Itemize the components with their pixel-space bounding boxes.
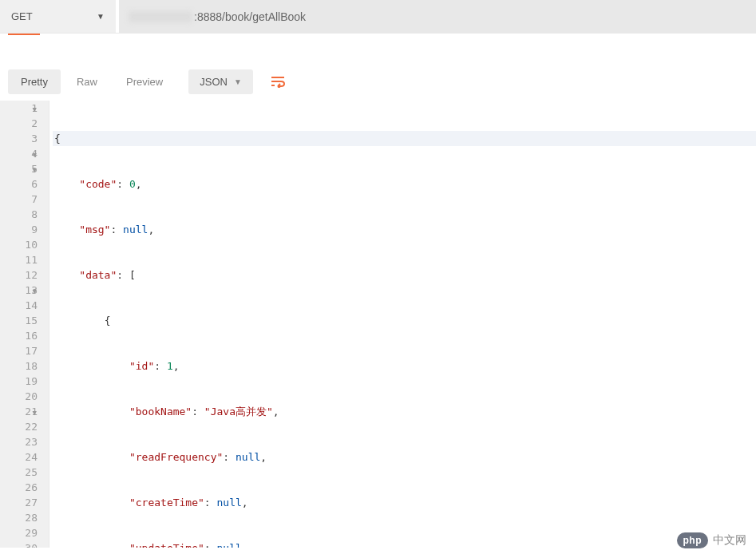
http-method-select[interactable]: GET ▼ (0, 0, 116, 33)
watermark-badge: php (677, 532, 709, 548)
tab-pretty[interactable]: Pretty (8, 69, 61, 94)
wrap-toggle-button[interactable] (263, 68, 293, 95)
response-body[interactable]: 1▼ 2 3 4▼ 5▼ 6 7 8 9 10 11 12 13▼ 14 15 … (0, 101, 756, 548)
code-line: { (53, 313, 756, 328)
url-visible-part: :8888/book/getAllBook (194, 10, 306, 23)
code-line: "bookName": "Java高并发", (53, 404, 756, 419)
code-line: "id": 1, (53, 358, 756, 374)
tab-raw[interactable]: Raw (64, 69, 110, 94)
code-line: "msg": null, (53, 222, 756, 237)
code-line: "updateTime": null, (53, 540, 756, 548)
code-line: { (53, 131, 756, 146)
active-tab-indicator (8, 34, 40, 35)
format-label: JSON (200, 76, 228, 88)
line-gutter: 1▼ 2 3 4▼ 5▼ 6 7 8 9 10 11 12 13▼ 14 15 … (0, 101, 49, 548)
secondary-tabs (0, 34, 756, 62)
url-hidden-part (129, 11, 192, 22)
code-line: "createTime": null, (53, 495, 756, 510)
chevron-down-icon: ▼ (234, 77, 242, 86)
method-label: GET (11, 10, 33, 22)
request-bar: GET ▼ :8888/book/getAllBook (0, 0, 756, 34)
code-line: "code": 0, (53, 176, 756, 192)
response-tabs: Pretty Raw Preview JSON ▼ (0, 62, 756, 101)
code-line: "data": [ (53, 267, 756, 283)
wrap-icon (270, 75, 286, 88)
tab-preview[interactable]: Preview (113, 69, 176, 94)
code-content[interactable]: { "code": 0, "msg": null, "data": [ { "i… (49, 101, 756, 548)
watermark: php 中文网 (677, 532, 747, 548)
chevron-down-icon: ▼ (97, 12, 105, 21)
code-line: "readFrequency": null, (53, 449, 756, 465)
watermark-text: 中文网 (713, 533, 746, 548)
format-select[interactable]: JSON ▼ (188, 69, 253, 94)
url-input[interactable]: :8888/book/getAllBook (119, 0, 756, 33)
